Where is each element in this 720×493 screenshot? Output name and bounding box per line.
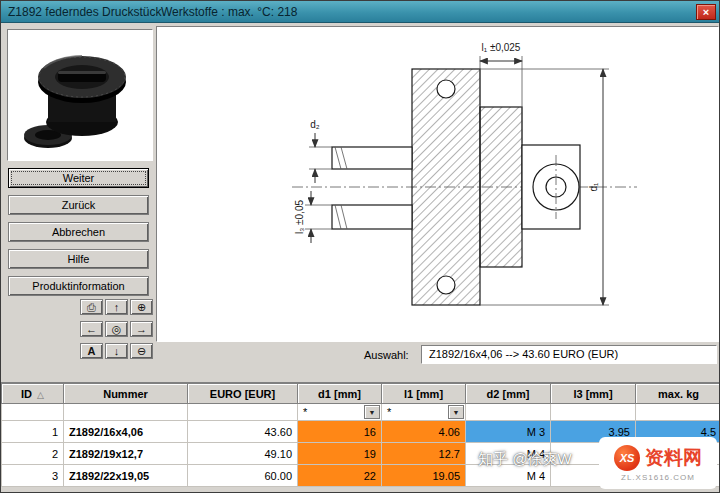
technical-drawing-panel: l₁ ±0,025 d₂ d₁ l₃ ±0,05	[156, 26, 719, 342]
sort-icon: △	[37, 390, 44, 400]
auswahl-label: Auswahl:	[364, 349, 409, 361]
col-header-maxkg[interactable]: max. kg	[636, 384, 720, 404]
text-icon[interactable]: A	[80, 343, 103, 359]
col-header-id-label: ID	[21, 388, 32, 400]
fit-view-icon[interactable]: ◎	[105, 321, 128, 337]
titlebar: Z1892 federndes Druckstück Werkstoffe : …	[1, 1, 719, 23]
technical-drawing: l₁ ±0,025 d₂ d₁ l₃ ±0,05	[157, 27, 718, 341]
cell-nummer[interactable]: Z1892/22x19,05	[64, 465, 188, 487]
col-header-id[interactable]: ID△	[2, 384, 64, 404]
cell-id[interactable]: 1	[2, 421, 64, 443]
cell-id[interactable]: 3	[2, 465, 64, 487]
table-row[interactable]: 3 Z1892/22x19,05 60.00 22 19.05 M 4	[2, 465, 720, 487]
filter-cell-d2[interactable]	[466, 404, 551, 421]
filter-value-d1: *	[303, 406, 307, 418]
filter-cell-nummer[interactable]	[64, 404, 188, 421]
app-window: Z1892 federndes Druckstück Werkstoffe : …	[0, 0, 720, 493]
cell-d1[interactable]: 16	[298, 421, 382, 443]
zoom-in-icon[interactable]: ⊕	[130, 299, 153, 315]
arrow-left-icon[interactable]: ←	[80, 321, 103, 337]
titlebar-subtitle: Werkstoffe : max. °C: 218	[161, 5, 297, 19]
dim-label-l3: l₃ ±0,05	[294, 200, 305, 234]
col-header-l3[interactable]: l3 [mm]	[551, 384, 636, 404]
col-header-nummer[interactable]: Nummer	[64, 384, 188, 404]
close-button[interactable]: ×	[696, 4, 716, 20]
cell-l1[interactable]: 19.05	[382, 465, 466, 487]
table-row[interactable]: 2 Z1892/19x12,7 49.10 19 12.7 M 4	[2, 443, 720, 465]
product-photo-graphic	[8, 30, 152, 160]
cell-l3[interactable]: 3.95	[551, 421, 636, 443]
arrow-right-icon[interactable]: →	[130, 321, 153, 337]
col-header-euro[interactable]: EURO [EUR]	[188, 384, 298, 404]
filter-dropdown-l1-icon[interactable]: ▼	[448, 405, 464, 419]
filter-cell-l1[interactable]: *▼	[382, 404, 466, 421]
cell-l1[interactable]: 4.06	[382, 421, 466, 443]
print-icon[interactable]: ⎙	[80, 299, 103, 315]
cell-euro[interactable]: 43.60	[188, 421, 298, 443]
col-header-d2[interactable]: d2 [mm]	[466, 384, 551, 404]
product-image	[7, 29, 153, 161]
cell-maxkg[interactable]	[636, 465, 720, 487]
cell-d2[interactable]: M 3	[466, 421, 551, 443]
filter-cell-maxkg[interactable]	[636, 404, 720, 421]
produktinformation-button[interactable]: Produktinformation	[8, 276, 149, 296]
filter-cell-id[interactable]	[2, 404, 64, 421]
cell-euro[interactable]: 49.10	[188, 443, 298, 465]
zurueck-button[interactable]: Zurück	[8, 195, 149, 215]
filter-value-l1: *	[387, 406, 391, 418]
header-row: ID△ Nummer EURO [EUR] d1 [mm] l1 [mm] d2…	[2, 384, 720, 404]
cell-l1[interactable]: 12.7	[382, 443, 466, 465]
cell-id[interactable]: 2	[2, 443, 64, 465]
cell-d2[interactable]: M 4	[466, 465, 551, 487]
dim-label-l1: l₁ ±0,025	[482, 42, 521, 53]
cell-d1[interactable]: 19	[298, 443, 382, 465]
cell-nummer[interactable]: Z1892/16x4,06	[64, 421, 188, 443]
window-title: Z1892 federndes Druckstück	[8, 5, 161, 19]
table-row[interactable]: 1 Z1892/16x4,06 43.60 16 4.06 M 3 3.95 4…	[2, 421, 720, 443]
results-table: ID△ Nummer EURO [EUR] d1 [mm] l1 [mm] d2…	[1, 382, 720, 487]
auswahl-value: Z1892/16x4,06 --> 43.60 EURO (EUR)	[421, 345, 717, 364]
dim-label-d2: d₂	[310, 119, 320, 130]
filter-row: *▼ *▼	[2, 404, 720, 421]
arrow-up-icon[interactable]: ↑	[105, 299, 128, 315]
weiter-button[interactable]: Weiter	[8, 168, 149, 188]
cell-l3[interactable]	[551, 465, 636, 487]
cell-euro[interactable]: 60.00	[188, 465, 298, 487]
filter-cell-euro[interactable]	[188, 404, 298, 421]
filter-dropdown-d1-icon[interactable]: ▼	[364, 405, 380, 419]
cell-maxkg[interactable]	[636, 443, 720, 465]
cell-l3[interactable]	[551, 443, 636, 465]
cell-nummer[interactable]: Z1892/19x12,7	[64, 443, 188, 465]
view-toolbar: ⎙ ↑ ⊕ ← ◎ → A ↓ ⊖	[80, 299, 153, 359]
dim-label-d1: d₁	[588, 182, 599, 192]
cell-maxkg[interactable]: 4.5	[636, 421, 720, 443]
zoom-out-icon[interactable]: ⊖	[130, 343, 153, 359]
cell-d2[interactable]: M 4	[466, 443, 551, 465]
arrow-down-icon[interactable]: ↓	[105, 343, 128, 359]
hilfe-button[interactable]: Hilfe	[8, 249, 149, 269]
abbrechen-button[interactable]: Abbrechen	[8, 222, 149, 242]
col-header-l1[interactable]: l1 [mm]	[382, 384, 466, 404]
filter-cell-d1[interactable]: *▼	[298, 404, 382, 421]
cell-d1[interactable]: 22	[298, 465, 382, 487]
filter-cell-l3[interactable]	[551, 404, 636, 421]
col-header-d1[interactable]: d1 [mm]	[298, 384, 382, 404]
